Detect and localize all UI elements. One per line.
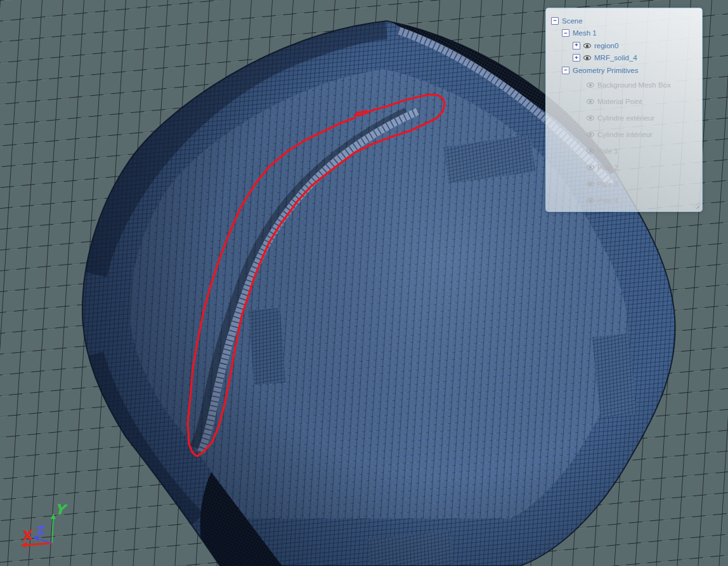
visibility-eye-icon[interactable] (587, 164, 594, 171)
tree-item-label[interactable]: Mesh 1 (573, 29, 597, 37)
visibility-eye-icon[interactable] (583, 43, 591, 49)
tree-item-label[interactable]: Scene (562, 17, 583, 25)
tree-item-mesh-1[interactable]: −Mesh 1 (546, 27, 702, 40)
collapse-icon[interactable]: − (562, 29, 569, 37)
expand-icon[interactable]: + (573, 42, 580, 49)
visibility-eye-icon[interactable] (587, 115, 594, 121)
tree-item-pale-1[interactable]: Pale 1 (546, 143, 702, 159)
visibility-eye-icon[interactable] (587, 82, 594, 88)
tree-item-region0[interactable]: +region0 (546, 39, 702, 52)
scene-tree: −Scene−Mesh 1+region0+MRF_solid_4−Geomet… (546, 15, 702, 209)
tree-item-label[interactable]: Pale 4 (597, 197, 618, 204)
tree-item-background-mesh-box[interactable]: Background Mesh Box (546, 77, 702, 93)
tree-item-pale-3[interactable]: Pale 3 (546, 176, 702, 192)
tree-item-label[interactable]: Cylindre extérieur (597, 114, 654, 122)
tree-item-label[interactable]: region0 (594, 42, 618, 49)
expand-icon[interactable]: + (573, 54, 580, 62)
visibility-eye-icon[interactable] (583, 55, 591, 61)
tree-item-pale-4[interactable]: Pale 4 (546, 192, 702, 209)
tree-item-label[interactable]: MRF_solid_4 (594, 54, 637, 62)
tree-item-label[interactable]: Pale 1 (597, 147, 618, 155)
tree-item-pale-2[interactable]: Pale 2 (546, 159, 702, 176)
tree-item-cylindre-ext-rieur[interactable]: Cylindre extérieur (546, 110, 702, 126)
visibility-eye-icon[interactable] (587, 181, 594, 187)
tree-item-label[interactable]: Pale 2 (597, 164, 618, 171)
visibility-eye-icon[interactable] (587, 148, 594, 154)
tree-item-label[interactable]: Pale 3 (597, 180, 618, 188)
tree-item-label[interactable]: Material Point (597, 98, 642, 105)
visibility-eye-icon[interactable] (587, 98, 594, 105)
tree-item-label[interactable]: Geometry Primitives (573, 67, 639, 74)
tree-item-material-point[interactable]: Material Point (546, 93, 702, 110)
tree-item-scene[interactable]: −Scene (546, 15, 702, 27)
application-window: X Y Z −Scene−Mesh 1+region0+MRF_solid_4−… (0, 0, 728, 566)
visibility-eye-icon[interactable] (587, 131, 594, 138)
tree-item-mrf-solid-4[interactable]: +MRF_solid_4 (546, 52, 702, 65)
tree-item-geometry-primitives[interactable]: −Geometry Primitives (546, 64, 702, 77)
collapse-icon[interactable]: − (562, 67, 569, 74)
tree-item-label[interactable]: Cylindre intérieur (597, 131, 653, 138)
tree-item-label[interactable]: Background Mesh Box (597, 81, 671, 89)
collapse-icon[interactable]: − (551, 17, 559, 25)
visibility-eye-icon[interactable] (587, 197, 594, 204)
scene-tree-panel[interactable]: −Scene−Mesh 1+region0+MRF_solid_4−Geomet… (545, 8, 703, 212)
tree-item-cylindre-int-rieur[interactable]: Cylindre intérieur (546, 126, 702, 143)
